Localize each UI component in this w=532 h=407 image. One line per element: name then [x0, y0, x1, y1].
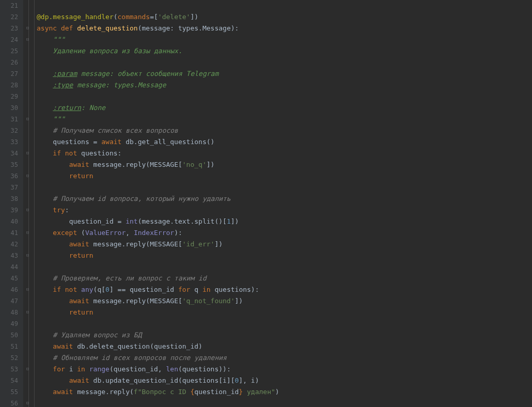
line-number: 33 — [0, 136, 18, 148]
call: (message.text.split()[ — [138, 217, 227, 225]
code-line[interactable]: return — [37, 250, 532, 261]
keyword: not — [65, 149, 81, 157]
keyword: in — [202, 286, 214, 293]
code-line[interactable] — [37, 182, 532, 193]
code-line[interactable] — [37, 91, 532, 102]
keyword: await — [53, 388, 77, 396]
code-line[interactable]: """ — [37, 114, 532, 125]
fold-collapse-icon[interactable]: ⊟ — [26, 208, 31, 212]
line-number: 30 — [0, 102, 18, 114]
code-line[interactable]: await message.reply(MESSAGE['no_q']) — [37, 159, 532, 170]
code-line[interactable]: :param message: объект сообщения Telegra… — [37, 68, 532, 80]
code-line[interactable]: return — [37, 170, 532, 182]
line-number: 53 — [0, 364, 18, 375]
doc-tag: :type — [53, 81, 73, 89]
code-line[interactable] — [37, 398, 532, 407]
docstring-text: : None — [81, 104, 105, 112]
code-line[interactable]: # Получаем список всех вопросов — [37, 125, 532, 136]
fold-end-icon[interactable]: ⊟ — [26, 174, 31, 178]
code-line[interactable]: # Проверяем, есть ли вопрос с таким id — [37, 273, 532, 284]
comment: # Получаем id вопроса, который нужно уда… — [53, 195, 230, 202]
fold-end-icon[interactable]: ⊟ — [26, 117, 31, 121]
identifier: questions): — [214, 286, 259, 293]
code-line[interactable]: # Получаем id вопроса, который нужно уда… — [37, 193, 532, 205]
code-line[interactable] — [37, 0, 532, 11]
identifier: questions: — [81, 149, 121, 157]
call-end: ]) — [231, 217, 239, 225]
builtin: int — [126, 217, 137, 225]
fold-end-icon[interactable]: ⊟ — [26, 401, 31, 405]
code-line[interactable]: await message.reply(f"Вопрос с ID {quest… — [37, 386, 532, 398]
line-number: 41 — [0, 227, 18, 239]
code-line[interactable] — [37, 261, 532, 273]
function-name: delete_question — [77, 24, 137, 32]
number-literal: 1 — [227, 217, 231, 225]
builtin: range — [89, 365, 109, 373]
line-number: 43 — [0, 250, 18, 261]
code-line[interactable]: await message.reply(MESSAGE['id_err']) — [37, 239, 532, 250]
docstring-text: Удаление вопроса из базы данных. — [53, 47, 182, 55]
keyword: await — [69, 377, 93, 384]
code-line[interactable]: # Обновляем id всех вопросов после удале… — [37, 352, 532, 364]
keyword: in — [77, 365, 89, 373]
call: message.reply(MESSAGE[ — [93, 297, 182, 305]
code-line[interactable]: await db.update_question_id(questions[i]… — [37, 375, 532, 386]
code-line[interactable]: :type message: types.Message — [37, 80, 532, 91]
fold-collapse-icon[interactable]: ⊟ — [26, 230, 31, 235]
code-line[interactable]: for i in range(question_id, len(question… — [37, 364, 532, 375]
code-line[interactable]: question_id = int(message.text.split()[1… — [37, 216, 532, 227]
code-line[interactable]: await db.delete_question(question_id) — [37, 341, 532, 352]
code-line[interactable]: try: — [37, 205, 532, 216]
keyword: for — [53, 365, 69, 373]
code-line[interactable]: if not any(q[0] == question_id for q in … — [37, 284, 532, 295]
keyword: await — [53, 342, 77, 350]
code-line[interactable]: @dp.message_handler(commands=['delete']) — [37, 11, 532, 23]
fold-collapse-icon[interactable]: ⊟ — [26, 37, 31, 42]
fold-collapse-icon[interactable]: ⊟ — [26, 367, 31, 371]
line-number: 42 — [0, 239, 18, 250]
fold-collapse-icon[interactable]: ⊟ — [26, 26, 31, 30]
code-line[interactable]: return — [37, 307, 532, 318]
fold-end-icon[interactable]: ⊟ — [26, 253, 31, 258]
code-editor[interactable]: 21 22 23 24 25 26 27 28 29 30 31 32 33 3… — [0, 0, 532, 407]
fold-end-icon[interactable]: ⊟ — [26, 310, 31, 315]
comment: # Проверяем, есть ли вопрос с таким id — [53, 274, 206, 282]
parameter: message: types.Message — [142, 24, 231, 32]
call: (question_id, — [109, 365, 166, 373]
code-line[interactable]: questions = await db.get_all_questions() — [37, 136, 532, 148]
code-area[interactable]: @dp.message_handler(commands=['delete'])… — [35, 0, 532, 407]
exception-type: ValueError — [85, 229, 126, 237]
line-number: 55 — [0, 386, 18, 398]
call-end: ]) — [214, 240, 223, 248]
keyword: return — [69, 252, 93, 259]
line-number: 54 — [0, 375, 18, 386]
call: message.reply( — [77, 388, 134, 396]
code-line[interactable]: # Удаляем вопрос из БД — [37, 330, 532, 341]
code-line[interactable]: async def delete_question(message: types… — [37, 23, 532, 34]
code-line[interactable]: Удаление вопроса из базы данных. — [37, 45, 532, 57]
string-literal: 'id_err' — [182, 240, 215, 248]
line-number: 24 — [0, 34, 18, 45]
line-number: 22 — [0, 11, 18, 23]
line-number: 21 — [0, 0, 18, 11]
doc-tag: :param — [53, 70, 77, 77]
code-line[interactable]: await message.reply(MESSAGE['q_not_found… — [37, 295, 532, 307]
identifier: q — [194, 286, 202, 293]
fold-collapse-icon[interactable]: ⊟ — [26, 287, 31, 292]
code-line[interactable] — [37, 318, 532, 330]
line-number: 45 — [0, 273, 18, 284]
keyword: except — [53, 229, 81, 237]
code-line[interactable]: """ — [37, 34, 532, 45]
code-line[interactable]: except (ValueError, IndexError): — [37, 227, 532, 239]
string-literal: 'delete' — [158, 13, 191, 21]
fold-collapse-icon[interactable]: ⊟ — [26, 151, 31, 155]
builtin: len — [166, 365, 178, 373]
code-line[interactable]: if not questions: — [37, 148, 532, 159]
line-number: 37 — [0, 182, 18, 193]
line-number: 38 — [0, 193, 18, 205]
code-line[interactable]: :return: None — [37, 102, 532, 114]
expression: ] == question_id — [109, 286, 178, 293]
code-line[interactable] — [37, 57, 532, 68]
keyword: if — [53, 149, 65, 157]
fstring-brace: } — [239, 388, 243, 396]
